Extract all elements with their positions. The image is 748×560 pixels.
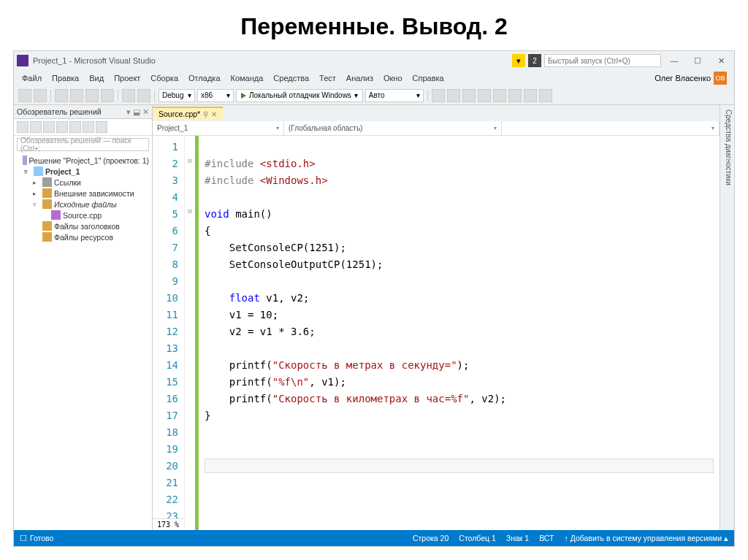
tool-icon[interactable] [493,89,506,102]
pin-icon[interactable]: ⚲ [203,110,208,118]
code-lines[interactable]: #include <stdio.h> #include <Windows.h> … [199,136,720,530]
window-title: Project_1 - Microsoft Visual Studio [33,56,156,65]
tab-source-cpp[interactable]: Source.cpp* ⚲ ✕ [153,107,223,120]
menu-tools[interactable]: Средства [268,72,314,84]
menu-project[interactable]: Проект [109,72,145,84]
tool-icon[interactable] [447,89,460,102]
tree-source-cpp[interactable]: Source.cpp [15,210,150,220]
editor-navbar: Project_1▾ (Глобальная область)▾ ▾ [153,121,720,136]
menu-test[interactable]: Тест [314,72,341,84]
line-numbers: 1234567891011121314151617181920212223 [153,136,185,530]
tree-src[interactable]: ▿Исходные файлы [15,199,150,210]
tool-icon[interactable] [462,89,476,102]
close-tab-icon[interactable]: ✕ [211,110,217,118]
close-button[interactable]: ✕ [711,53,731,68]
separator [427,90,428,101]
nav-project-select[interactable]: Project_1▾ [153,121,284,135]
nav-fwd-icon[interactable] [34,89,47,102]
status-ins: ВСТ [539,534,554,542]
play-icon [241,93,246,99]
zoom-level[interactable]: 173 % [153,518,183,530]
save-all-icon[interactable] [101,89,114,102]
collapse-icon[interactable] [83,121,94,133]
minimize-button[interactable]: — [664,53,684,68]
flag-icon[interactable]: ▾ [512,54,525,67]
wrench-icon[interactable] [96,121,107,133]
tool-icon[interactable] [432,89,445,102]
status-vcs[interactable]: ↑ Добавить в систему управления версиями… [564,534,728,542]
tool-icon[interactable] [539,89,552,102]
menubar: Файл Правка Вид Проект Сборка Отладка Ко… [14,70,734,86]
vs-logo-icon [17,55,28,66]
run-button[interactable]: Локальный отладчик Windows ▾ [236,89,363,102]
maximize-button[interactable]: ☐ [687,53,708,68]
quick-launch-input[interactable] [544,54,661,67]
vs-window: Project_1 - Microsoft Visual Studio ▾ 2 … [13,50,735,547]
separator [118,90,118,101]
code-editor[interactable]: 1234567891011121314151617181920212223 ⊟⊟… [153,136,720,530]
nav-scope-select[interactable]: (Глобальная область)▾ [284,121,502,135]
new-icon[interactable] [55,89,68,102]
caret-line [205,459,714,473]
menu-edit[interactable]: Правка [47,72,84,84]
menu-team[interactable]: Команда [226,72,269,84]
menu-debug[interactable]: Отладка [183,72,225,84]
refresh-icon[interactable] [30,121,42,133]
user-name[interactable]: Олег Власенко [654,74,711,83]
tool-icon[interactable] [478,89,491,102]
statusbar: ☐ Готово Строка 20 Столбец 1 Знак 1 ВСТ … [14,530,734,546]
properties-icon[interactable] [56,121,68,133]
editor-tabstrip: Source.cpp* ⚲ ✕ [153,105,720,121]
tree-solution[interactable]: Решение "Project_1" (проектов: 1) [15,155,150,166]
home-icon[interactable] [17,121,28,133]
open-icon[interactable] [70,89,83,102]
tree-ext[interactable]: ▸Внешние зависимости [15,188,150,199]
solution-toolbar [14,119,152,136]
tool-icon[interactable] [508,89,522,102]
menu-file[interactable]: Файл [17,72,47,84]
menu-build[interactable]: Сборка [145,72,183,84]
main-area: Обозреватель решений ▾ ⬓ ✕ Обозреватель … [14,105,734,530]
sync-icon[interactable] [43,121,55,133]
status-line: Строка 20 [413,534,449,542]
separator [50,90,51,101]
save-icon[interactable] [85,89,99,102]
pane-menu-icon[interactable]: ▾ ⬓ ✕ [126,107,149,116]
solution-search-input[interactable]: Обозреватель решений — поиск (Ctrl+; [17,138,149,151]
tree-refs[interactable]: ▸Ссылки [15,177,150,188]
notification-badge[interactable]: 2 [528,54,541,67]
separator [154,90,155,101]
showall-icon[interactable] [69,121,81,133]
undo-icon[interactable] [122,89,135,102]
solution-explorer-title: Обозреватель решений ▾ ⬓ ✕ [14,105,152,119]
debug-mode-select[interactable]: Авто▾ [365,89,424,102]
diagnostics-rail[interactable]: Средства диагностики [720,105,734,530]
avatar[interactable]: ОВ [714,72,727,85]
solution-tree: Решение "Project_1" (проектов: 1) ▿Proje… [14,153,152,530]
nav-member-select[interactable]: ▾ [502,121,720,135]
titlebar: Project_1 - Microsoft Visual Studio ▾ 2 … [14,51,734,70]
outline-margin[interactable]: ⊟⊟ [185,136,195,530]
status-char: Знак 1 [506,534,529,542]
tree-resources[interactable]: Файлы ресурсов [15,231,150,242]
platform-select[interactable]: x86▾ [197,89,234,102]
toolbar: Debug▾ x86▾ Локальный отладчик Windows ▾… [14,86,734,105]
status-col: Столбец 1 [459,534,496,542]
solution-explorer: Обозреватель решений ▾ ⬓ ✕ Обозреватель … [14,105,153,530]
redo-icon[interactable] [137,89,150,102]
menu-view[interactable]: Вид [84,72,109,84]
status-ready: ☐ Готово [20,534,53,542]
menu-help[interactable]: Справка [408,72,449,84]
editor-pane: Source.cpp* ⚲ ✕ Project_1▾ (Глобальная о… [153,105,720,530]
tool-icon[interactable] [524,89,537,102]
menu-analyze[interactable]: Анализ [341,72,378,84]
tree-headers[interactable]: Файлы заголовков [15,220,150,231]
tree-project[interactable]: ▿Project_1 [15,166,150,177]
nav-back-icon[interactable] [18,89,31,102]
menu-window[interactable]: Окно [378,72,408,84]
config-select[interactable]: Debug▾ [159,89,195,102]
slide-title: Переменные. Вывод. 2 [0,0,748,50]
